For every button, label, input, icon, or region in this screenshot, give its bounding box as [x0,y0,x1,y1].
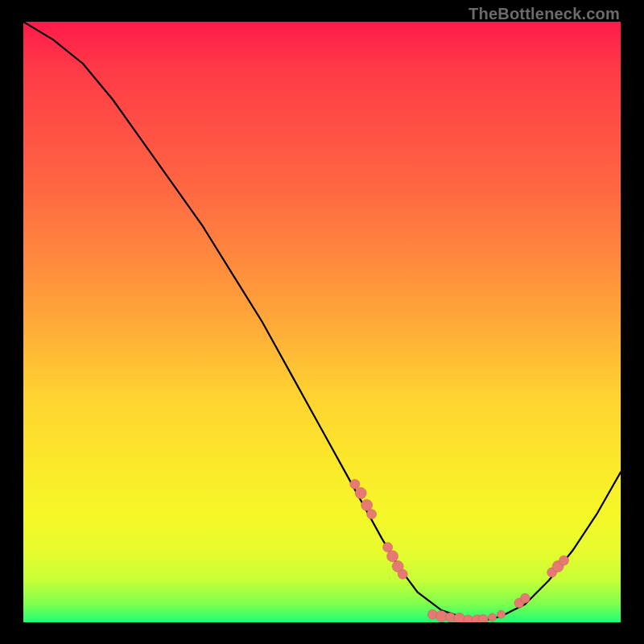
data-point [350,479,360,489]
plot-area [23,22,621,622]
data-point [454,613,465,623]
chart-frame: TheBottleneck.com [0,0,644,644]
bottleneck-curve [23,22,621,622]
data-point [559,555,569,565]
data-point [436,611,447,622]
data-point [497,610,506,618]
data-point [387,551,398,562]
chart-svg [23,22,621,622]
data-point [355,488,366,499]
data-point [398,569,407,579]
data-point [520,593,530,603]
data-point [489,613,497,621]
data-point [367,510,377,519]
watermark-text: TheBottleneck.com [469,5,620,23]
data-points-group [350,479,569,622]
data-point [478,614,488,622]
data-point [361,500,373,511]
